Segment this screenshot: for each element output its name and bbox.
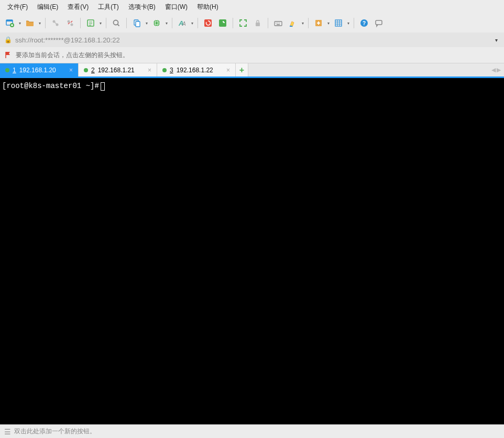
tab-label: 192.168.1.22 (177, 67, 223, 74)
menu-window[interactable]: 窗口(W) (162, 1, 191, 13)
status-hint[interactable]: 双击此处添加一个新的按钮。 (14, 427, 96, 436)
separator (126, 18, 127, 28)
close-icon[interactable]: × (69, 67, 73, 74)
menu-help[interactable]: 帮助(H) (194, 1, 222, 13)
grid-dropdown[interactable]: ▾ (346, 21, 350, 26)
tab-number: 1 (13, 67, 16, 74)
hint-text: 要添加当前会话，点击左侧的箭头按钮。 (16, 51, 129, 60)
lock-icon[interactable] (251, 16, 265, 30)
tab-session-1[interactable]: 1 192.168.1.20 × (0, 63, 79, 76)
open-folder-icon[interactable] (23, 16, 37, 30)
tab-next-icon[interactable]: ▶ (497, 67, 501, 73)
tab-number: 2 (91, 67, 95, 74)
svg-rect-25 (335, 20, 342, 26)
tab-number: 3 (170, 67, 173, 74)
svg-rect-28 (376, 20, 382, 25)
svg-rect-10 (136, 21, 140, 27)
new-session-dropdown[interactable]: ▾ (18, 21, 22, 26)
svg-rect-19 (275, 21, 282, 26)
highlight-icon[interactable] (286, 16, 300, 30)
tab-label: 192.168.1.20 (19, 67, 66, 74)
font-dropdown[interactable]: ▾ (190, 21, 194, 26)
leaf-icon[interactable] (216, 16, 229, 30)
tab-session-2[interactable]: 2 192.168.1.21 × (79, 63, 157, 76)
separator (106, 18, 106, 28)
flag-icon[interactable] (4, 51, 13, 59)
separator (172, 18, 172, 28)
separator (80, 18, 81, 28)
address-dropdown[interactable]: ▾ (493, 37, 500, 43)
swirl-red-icon[interactable] (201, 16, 215, 30)
menu-options[interactable]: 选项卡(B) (125, 1, 159, 13)
copy-dropdown[interactable]: ▾ (145, 21, 149, 26)
menu-view[interactable]: 查看(V) (64, 1, 92, 13)
menu-file[interactable]: 文件(F) (4, 1, 31, 13)
toolbar: ▾ ▾ ▾ ▾ ▾ AA ▾ (0, 14, 504, 32)
tab-nav: ◀ ▶ (488, 63, 504, 76)
properties-dropdown[interactable]: ▾ (98, 21, 103, 26)
new-session-icon[interactable] (3, 16, 17, 30)
close-icon[interactable]: × (226, 67, 230, 74)
separator (308, 18, 309, 28)
keyboard-icon[interactable] (271, 16, 285, 30)
font-icon[interactable]: AA (176, 16, 189, 30)
globe-dropdown[interactable]: ▾ (165, 21, 169, 26)
search-icon[interactable] (109, 16, 123, 30)
tab-container: 1 192.168.1.20 × 2 192.168.1.21 × 3 192.… (0, 63, 488, 76)
addressbar: 🔒 ssh://root:*******@192.168.1.20:22 ▾ (0, 32, 504, 47)
tabbar: 1 192.168.1.20 × 2 192.168.1.21 × 3 192.… (0, 63, 504, 76)
terminal[interactable]: [root@k8s-master01 ~]# (0, 76, 504, 424)
svg-text:?: ? (363, 20, 366, 26)
separator (268, 18, 268, 28)
status-dot-icon (84, 68, 88, 72)
add-box-icon[interactable] (312, 16, 325, 30)
cursor (101, 82, 105, 91)
lock-icon: 🔒 (4, 36, 12, 43)
chat-icon[interactable] (372, 16, 386, 30)
properties-icon[interactable] (84, 16, 97, 30)
help-icon[interactable]: ? (357, 16, 371, 30)
tab-session-3[interactable]: 3 192.168.1.22 × (157, 63, 236, 76)
globe-icon[interactable] (150, 16, 163, 30)
svg-point-22 (279, 23, 280, 24)
svg-point-11 (154, 20, 160, 26)
svg-rect-23 (277, 24, 280, 25)
tab-prev-icon[interactable]: ◀ (491, 67, 496, 73)
svg-text:A: A (182, 21, 186, 27)
open-dropdown[interactable]: ▾ (38, 21, 42, 26)
menu-tools[interactable]: 工具(T) (95, 1, 122, 13)
svg-rect-1 (6, 20, 13, 21)
menu-edit[interactable]: 编辑(E) (34, 1, 61, 13)
fullscreen-icon[interactable] (236, 16, 250, 30)
hamburger-icon[interactable]: ☰ (4, 428, 10, 436)
close-icon[interactable]: × (148, 67, 151, 74)
prompt-text: [root@k8s-master01 ~]# (2, 81, 99, 92)
menubar: 文件(F) 编辑(E) 查看(V) 工具(T) 选项卡(B) 窗口(W) 帮助(… (0, 0, 504, 14)
hintbar: 要添加当前会话，点击左侧的箭头按钮。 (0, 47, 504, 63)
reconnect-icon[interactable] (49, 16, 62, 30)
separator (354, 18, 354, 28)
disconnect-icon[interactable] (63, 16, 77, 30)
separator (198, 18, 198, 28)
status-dot-icon (162, 68, 167, 72)
status-dot-icon (5, 68, 9, 72)
add-tab-button[interactable]: + (236, 63, 248, 76)
grid-icon[interactable] (332, 16, 345, 30)
svg-rect-18 (256, 23, 260, 26)
svg-point-20 (276, 23, 277, 24)
svg-point-21 (277, 23, 278, 24)
separator (233, 18, 233, 28)
highlight-dropdown[interactable]: ▾ (301, 21, 305, 26)
address-input[interactable]: ssh://root:*******@192.168.1.20:22 (15, 36, 490, 44)
svg-point-6 (71, 24, 73, 26)
svg-rect-17 (219, 19, 226, 27)
statusbar: ☰ 双击此处添加一个新的按钮。 (0, 424, 504, 438)
prompt-line: [root@k8s-master01 ~]# (2, 81, 502, 92)
add-box-dropdown[interactable]: ▾ (326, 21, 331, 26)
tab-label: 192.168.1.21 (98, 67, 145, 74)
copy-icon[interactable] (130, 16, 144, 30)
separator (45, 18, 46, 28)
svg-point-8 (114, 20, 118, 25)
